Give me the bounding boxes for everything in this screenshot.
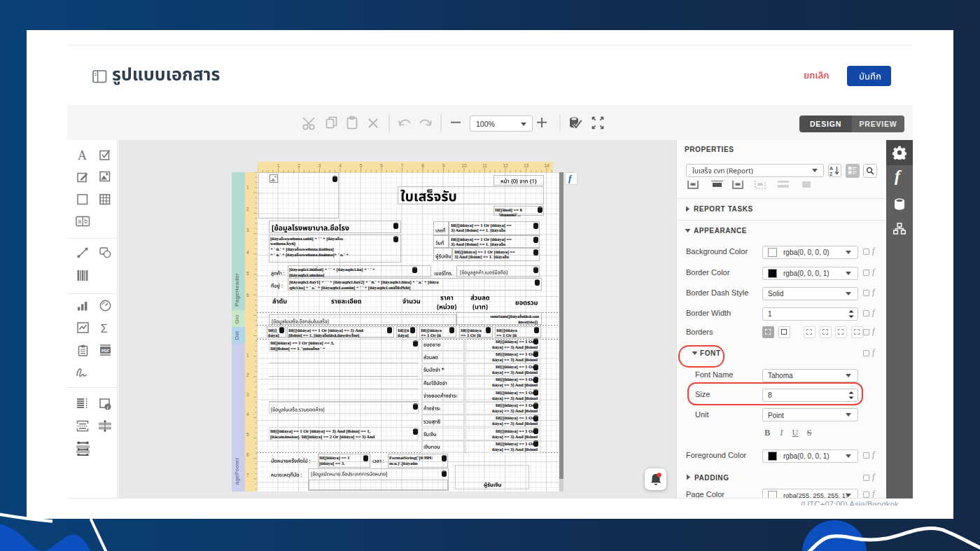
svg-text:a: a xyxy=(78,218,81,225)
svg-text:i: i xyxy=(107,404,108,409)
svg-text:A: A xyxy=(830,166,833,171)
svg-text:Z: Z xyxy=(830,172,833,176)
svg-text:b: b xyxy=(84,218,88,225)
svg-text:PDF: PDF xyxy=(102,349,110,353)
